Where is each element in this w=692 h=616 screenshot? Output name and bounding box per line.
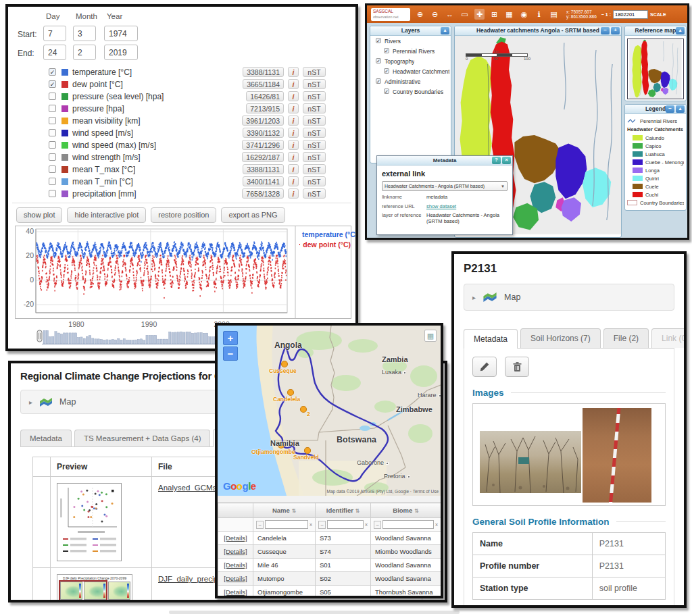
legend-button-2[interactable]: ▴ — [676, 105, 685, 113]
layer-checkbox[interactable] — [376, 38, 381, 43]
metadata-popup-titlebar[interactable]: Metadata ? × — [377, 156, 512, 165]
layers-collapse-button[interactable]: ▴ — [441, 27, 449, 34]
grid-tool-icon[interactable]: ▦ — [504, 9, 514, 20]
extent-tool-icon[interactable]: ▭ — [460, 9, 470, 20]
reference-map-thumbnail[interactable] — [627, 38, 684, 99]
popup-help-button[interactable]: ? — [492, 157, 501, 164]
variable-nst-button[interactable]: nST — [303, 103, 326, 113]
plot-toolbar-button[interactable]: hide interactive plot — [67, 207, 146, 223]
filter-clear-button[interactable]: x — [435, 521, 438, 528]
map-panel-button-2[interactable]: + — [611, 27, 620, 34]
plot-toolbar-button[interactable]: export as PNG — [221, 207, 285, 223]
timeseries-plot[interactable]: temperature (°C) dew point (°C) — [15, 226, 351, 319]
sites-col-header[interactable]: Identifier ⇅ — [316, 503, 371, 518]
variable-info-button[interactable]: i — [288, 67, 299, 77]
start-year-input[interactable] — [104, 26, 138, 41]
variable-checkbox[interactable] — [49, 141, 56, 149]
zoom-in-button[interactable]: + — [223, 331, 238, 345]
variable-nst-button[interactable]: nST — [303, 67, 326, 77]
precip-maps-thumbnail[interactable]: DJF daily Precipitation Change 2070-2099 — [57, 574, 132, 602]
layer-row[interactable]: Rivers — [370, 36, 451, 46]
layer-checkbox[interactable] — [384, 48, 389, 53]
filter-input[interactable] — [265, 520, 308, 529]
variable-info-button[interactable]: i — [288, 79, 299, 89]
info-tool-icon[interactable]: ℹ — [534, 9, 544, 20]
filter-clear-button[interactable]: x — [310, 521, 312, 528]
variable-info-button[interactable]: i — [288, 116, 299, 126]
map-type-button[interactable]: ▦ — [424, 330, 437, 342]
filter-input[interactable] — [327, 520, 364, 529]
tab[interactable]: TS Measurement + Data Gaps (4) — [74, 430, 211, 446]
map-accordion[interactable]: ▸ Map — [464, 284, 674, 311]
variable-checkbox[interactable] — [49, 117, 56, 124]
variable-checkbox[interactable] — [49, 68, 56, 76]
variable-nst-button[interactable]: nST — [303, 128, 326, 138]
end-month-input[interactable] — [73, 45, 96, 60]
variable-nst-button[interactable]: nST — [303, 140, 326, 150]
sort-icon[interactable]: ⇅ — [355, 508, 360, 514]
variable-nst-button[interactable]: nST — [303, 116, 326, 126]
metadata-value[interactable]: metadata — [426, 195, 447, 201]
layer-row[interactable]: Administrative — [370, 76, 451, 86]
scale-input[interactable] — [613, 10, 648, 19]
details-link[interactable]: [Details] — [224, 548, 247, 555]
google-map[interactable]: AngolaZambiaZimbabweBotswanaNamibiaLusak… — [218, 326, 441, 496]
start-month-input[interactable] — [73, 26, 96, 41]
landscape-photo[interactable] — [480, 431, 581, 493]
filter-operator[interactable]: ~ — [374, 521, 381, 529]
print-tool-icon[interactable]: ▤ — [549, 9, 559, 20]
zoom-out-button[interactable]: − — [223, 346, 238, 361]
variable-info-button[interactable]: i — [288, 91, 299, 101]
variable-info-button[interactable]: i — [288, 140, 299, 150]
variable-nst-button[interactable]: nST — [303, 79, 326, 89]
metadata-value[interactable]: Headwater Catchments - Angola (SRTM base… — [426, 213, 508, 224]
external-link-select[interactable]: Headwater Catchments - Angola (SRTM base… — [382, 181, 508, 191]
filter-operator[interactable]: ~ — [318, 521, 326, 529]
variable-checkbox[interactable] — [49, 190, 56, 197]
variable-info-button[interactable]: i — [288, 188, 299, 199]
details-link[interactable]: [Details] — [224, 575, 247, 582]
variable-checkbox[interactable] — [49, 178, 56, 185]
popup-close-button[interactable]: × — [502, 157, 511, 164]
sort-icon[interactable]: ⇅ — [291, 508, 296, 514]
zoom-in-tool-icon[interactable]: ⊕ — [415, 9, 425, 20]
layer-row[interactable]: Country Boundaries — [370, 86, 451, 97]
variable-nst-button[interactable]: nST — [303, 188, 326, 199]
edit-button[interactable] — [472, 357, 497, 377]
tab[interactable]: Metadata — [20, 430, 72, 446]
plot-toolbar-button[interactable]: show plot — [16, 207, 62, 223]
layer-row[interactable]: Headwater Catchments - An — [370, 66, 451, 76]
layer-checkbox[interactable] — [384, 88, 389, 94]
details-link[interactable]: [Details] — [224, 534, 247, 542]
filter-input[interactable] — [382, 520, 434, 529]
tab[interactable]: Soil Horizons (7) — [520, 328, 601, 348]
soil-profile-photo[interactable] — [583, 408, 651, 503]
variable-checkbox[interactable] — [49, 153, 56, 161]
filter-clear-button[interactable]: x — [365, 521, 368, 528]
metadata-value[interactable]: show dataset — [426, 204, 456, 210]
variable-nst-button[interactable]: nST — [303, 91, 326, 101]
details-link[interactable]: [Details] — [224, 561, 247, 569]
filter-operator[interactable]: ~ — [256, 521, 264, 529]
variable-info-button[interactable]: i — [288, 103, 299, 113]
identify-tool-icon[interactable]: ◉ — [519, 9, 529, 20]
layer-checkbox[interactable] — [376, 58, 381, 63]
variable-checkbox[interactable] — [49, 80, 56, 88]
end-year-input[interactable] — [104, 45, 138, 60]
legend-button-1[interactable]: − — [666, 105, 674, 113]
delete-button[interactable] — [505, 357, 529, 377]
variable-nst-button[interactable]: nST — [303, 176, 326, 186]
reference-collapse-button[interactable]: ▴ — [676, 27, 685, 34]
tab[interactable]: Link (0) — [651, 328, 687, 348]
variable-checkbox[interactable] — [49, 129, 56, 136]
layer-checkbox[interactable] — [384, 68, 389, 74]
sort-icon[interactable]: ⇅ — [414, 508, 419, 514]
variable-checkbox[interactable] — [49, 93, 56, 100]
variable-info-button[interactable]: i — [288, 164, 299, 174]
details-link[interactable]: [Details] — [224, 588, 247, 596]
tab[interactable]: File (2) — [603, 328, 649, 348]
variable-checkbox[interactable] — [49, 105, 56, 112]
plot-toolbar-button[interactable]: restore position — [151, 207, 216, 223]
layer-row[interactable]: Perennial Rivers — [370, 46, 451, 56]
gcm-scatter-thumbnail[interactable] — [57, 483, 122, 561]
